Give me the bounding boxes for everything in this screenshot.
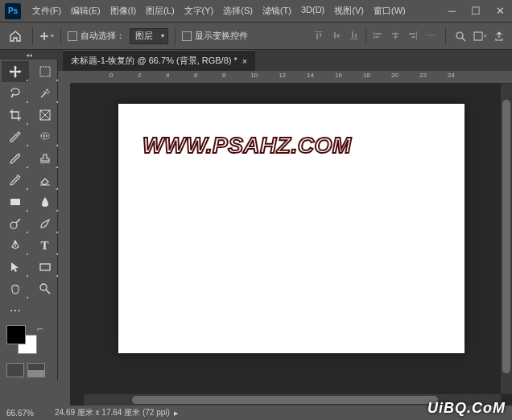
align-more-button[interactable]: ⋯ [423, 27, 439, 43]
document-tab-bar: 未标题-1-恢复的 @ 66.7% (背景, RGB/8) * × [58, 50, 512, 71]
svg-rect-10 [375, 33, 382, 35]
color-swatches[interactable]: ⤺ [3, 325, 58, 357]
svg-point-26 [10, 222, 17, 229]
align-bottom-button[interactable] [346, 27, 362, 43]
type-tool[interactable]: T [31, 235, 59, 256]
minimize-button[interactable]: ─ [440, 0, 464, 23]
menu-3d[interactable]: 3D(D) [296, 2, 329, 20]
divider [175, 27, 175, 45]
maximize-button[interactable]: ☐ [464, 0, 488, 23]
window-controls: ─ ☐ ✕ [440, 0, 512, 23]
align-left-button[interactable] [370, 27, 386, 43]
menu-select[interactable]: 选择(S) [218, 2, 258, 20]
menu-layer[interactable]: 图层(L) [141, 2, 179, 20]
stamp-tool[interactable] [31, 148, 59, 169]
arrange-icon [473, 31, 484, 42]
hand-tool[interactable] [2, 278, 29, 299]
menu-file[interactable]: 文件(F) [27, 2, 66, 20]
tools-panel: T ⋯ ⤺ [0, 60, 58, 381]
close-button[interactable]: ✕ [488, 0, 512, 23]
more-tools[interactable]: ⋯ [2, 300, 29, 321]
share-button[interactable] [491, 28, 507, 44]
canvas-viewport[interactable]: WWW.PSAHZ.COM [71, 84, 512, 406]
target-dropdown[interactable]: 图层 [130, 28, 168, 44]
document-tab[interactable]: 未标题-1-恢复的 @ 66.7% (背景, RGB/8) * × [63, 50, 255, 71]
scrollbar-thumb[interactable] [502, 100, 510, 373]
home-button[interactable] [5, 26, 26, 47]
dodge-tool[interactable] [2, 213, 29, 234]
menu-filter[interactable]: 滤镜(T) [258, 2, 296, 20]
workspace: 未标题-1-恢复的 @ 66.7% (背景, RGB/8) * × 0 2 4 … [58, 50, 512, 406]
align-top-button[interactable] [311, 27, 327, 43]
menu-image[interactable]: 图像(I) [105, 2, 141, 20]
quickmask-mode-button[interactable] [27, 363, 45, 377]
arrange-button[interactable]: ▾ [472, 28, 488, 44]
menu-window[interactable]: 窗口(W) [369, 2, 411, 20]
svg-rect-16 [409, 33, 415, 35]
titlebar: Ps 文件(F) 编辑(E) 图像(I) 图层(L) 文字(Y) 选择(S) 滤… [0, 0, 512, 23]
lasso-tool[interactable] [2, 83, 29, 104]
foreground-swatch[interactable] [6, 325, 26, 344]
align-right-button[interactable] [405, 27, 421, 43]
wand-tool[interactable] [31, 83, 59, 104]
eraser-tool[interactable] [31, 170, 59, 191]
standard-mode-button[interactable] [6, 363, 24, 377]
pen-tool[interactable] [2, 235, 29, 256]
crop-tool[interactable] [2, 105, 29, 126]
marquee-tool[interactable] [31, 61, 59, 82]
patch-tool[interactable] [31, 126, 59, 147]
menu-edit[interactable]: 编辑(E) [66, 2, 105, 20]
vertical-ruler [58, 71, 71, 406]
canvas[interactable]: WWW.PSAHZ.COM [118, 104, 465, 353]
blur-tool[interactable] [31, 191, 59, 212]
scrollbar-thumb[interactable] [132, 396, 438, 404]
smudge-tool[interactable] [31, 213, 59, 234]
show-transform-checkbox[interactable]: 显示变换控件 [182, 30, 248, 42]
svg-rect-17 [411, 36, 415, 38]
checkbox-icon [68, 31, 77, 41]
frame-tool[interactable] [31, 105, 59, 126]
svg-rect-7 [352, 31, 353, 38]
svg-rect-12 [395, 31, 396, 39]
eyedropper-tool[interactable] [2, 126, 29, 147]
svg-rect-6 [350, 39, 358, 39]
move-tool-icon: ▾ [39, 29, 54, 43]
mode-buttons [2, 361, 60, 379]
svg-rect-14 [394, 36, 398, 38]
svg-point-18 [456, 32, 463, 39]
swap-colors-icon[interactable]: ⤺ [37, 325, 43, 333]
brush-tool[interactable] [2, 148, 29, 169]
gradient-tool[interactable] [2, 191, 29, 212]
tab-close-button[interactable]: × [242, 56, 247, 66]
divider [445, 27, 446, 45]
svg-rect-11 [375, 36, 379, 38]
search-button[interactable] [452, 28, 469, 44]
chevron-right-icon[interactable]: ▶ [174, 410, 178, 416]
zoom-tool[interactable] [31, 278, 59, 299]
menu-view[interactable]: 视图(V) [329, 2, 369, 20]
share-icon [493, 31, 505, 42]
ruler-corner [58, 71, 71, 84]
move-tool[interactable] [2, 61, 29, 82]
align-vcenter-button[interactable] [328, 27, 345, 43]
path-select-tool[interactable] [2, 257, 29, 278]
home-icon [9, 30, 22, 43]
history-brush-tool[interactable] [2, 170, 29, 191]
svg-rect-25 [10, 199, 20, 205]
svg-rect-20 [474, 32, 482, 40]
tab-title: 未标题-1-恢复的 @ 66.7% (背景, RGB/8) * [71, 55, 237, 67]
canvas-watermark-text: WWW.PSAHZ.COM [142, 133, 351, 159]
svg-rect-1 [316, 33, 318, 39]
search-icon [455, 31, 466, 42]
vertical-scrollbar[interactable] [501, 84, 512, 394]
tools-collapse-toggle[interactable]: ◂◂ [0, 50, 58, 60]
align-hcenter-button[interactable] [387, 27, 403, 43]
svg-rect-4 [334, 32, 336, 39]
shape-tool[interactable] [31, 257, 59, 278]
menu-type[interactable]: 文字(Y) [180, 2, 219, 20]
auto-select-checkbox[interactable]: 自动选择： [68, 30, 125, 42]
svg-rect-3 [332, 35, 341, 36]
zoom-value[interactable]: 66.67% [6, 409, 47, 418]
svg-rect-0 [315, 31, 323, 32]
document-dimensions: 24.69 厘米 x 17.64 厘米 (72 ppi) ▶ [55, 407, 178, 418]
